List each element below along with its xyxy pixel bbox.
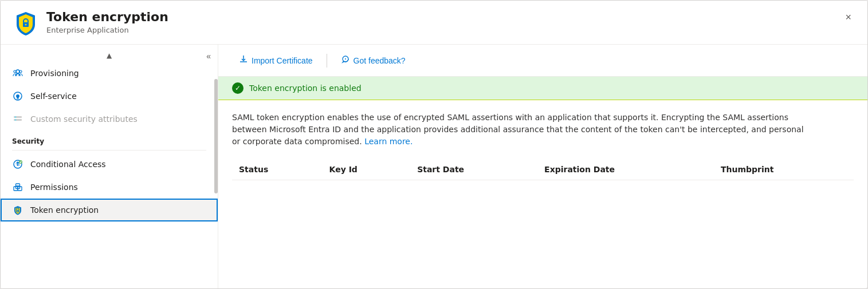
svg-point-1 (25, 24, 27, 26)
description-section: SAML token encryption enables the use of… (218, 100, 820, 159)
table-section: Status Key Id Start Date Expiration Date… (218, 159, 867, 288)
col-header-status: Status (232, 159, 323, 180)
security-divider (12, 150, 206, 151)
got-feedback-button[interactable]: Got feedback? (334, 52, 413, 69)
success-check-icon: ✓ (232, 82, 243, 94)
svg-point-9 (15, 116, 17, 118)
main-content: Import Certificate Got feedback? (218, 45, 867, 288)
sidebar-item-token-encryption[interactable]: Token encryption (1, 199, 218, 221)
scroll-indicator (214, 79, 218, 193)
sidebar-item-self-service[interactable]: Self-service (1, 85, 218, 108)
scroll-up-icon: ▲ (107, 52, 112, 60)
svg-point-26 (345, 58, 346, 60)
sidebar-item-label-provisioning: Provisioning (30, 69, 79, 78)
sidebar: « ▲ Provisioning (1, 45, 218, 288)
description-text: SAML token encryption enables the use of… (232, 113, 804, 146)
title-bar: Token encryption Enterprise Application … (1, 1, 867, 45)
certificates-table: Status Key Id Start Date Expiration Date… (232, 159, 854, 180)
toolbar-divider (327, 54, 327, 68)
sidebar-item-label-permissions: Permissions (30, 183, 78, 192)
import-certificate-button[interactable]: Import Certificate (232, 52, 320, 69)
col-header-thumbprint: Thumbprint (714, 159, 854, 180)
sidebar-item-permissions[interactable]: Permissions (1, 176, 218, 199)
sidebar-item-label-custom-security: Custom security attributes (30, 114, 138, 124)
token-encryption-icon (12, 204, 23, 216)
svg-point-22 (17, 211, 18, 212)
import-certificate-label: Import Certificate (252, 56, 313, 65)
sidebar-item-label-conditional-access: Conditional Access (30, 160, 106, 169)
provisioning-icon (12, 68, 23, 79)
window-title: Token encryption (46, 10, 840, 25)
sidebar-item-provisioning[interactable]: Provisioning (1, 62, 218, 85)
self-service-icon (12, 90, 23, 102)
custom-security-icon (12, 113, 23, 125)
col-header-key-id: Key Id (323, 159, 411, 180)
sidebar-item-conditional-access[interactable]: Conditional Access (1, 153, 218, 176)
collapse-icon: « (206, 52, 211, 61)
sidebar-item-custom-security[interactable]: Custom security attributes (1, 108, 218, 130)
sidebar-collapse-button[interactable]: « (204, 49, 213, 63)
col-header-start-date: Start Date (410, 159, 537, 180)
conditional-access-icon (12, 159, 23, 170)
success-message: Token encryption is enabled (249, 84, 362, 93)
permissions-icon (12, 181, 23, 193)
svg-rect-16 (16, 184, 20, 186)
toolbar: Import Certificate Got feedback? (218, 45, 867, 77)
sidebar-item-label-self-service: Self-service (30, 92, 77, 101)
security-section-header: Security (1, 130, 218, 148)
svg-point-4 (19, 70, 22, 73)
close-button[interactable]: × (840, 10, 856, 25)
body: « ▲ Provisioning (1, 45, 867, 288)
learn-more-link[interactable]: Learn more. (364, 137, 413, 146)
svg-point-10 (15, 119, 17, 121)
app-icon (12, 10, 40, 37)
title-text-block: Token encryption Enterprise Application (46, 10, 840, 34)
table-header-row: Status Key Id Start Date Expiration Date… (232, 159, 854, 180)
window-subtitle: Enterprise Application (46, 26, 840, 34)
app-window: Token encryption Enterprise Application … (0, 0, 868, 289)
sidebar-item-label-token-encryption: Token encryption (30, 205, 99, 215)
import-cert-icon (239, 55, 248, 66)
col-header-expiration-date: Expiration Date (537, 159, 714, 180)
svg-rect-6 (17, 99, 18, 100)
svg-point-2 (16, 70, 19, 73)
scroll-up-button[interactable]: ▲ (1, 49, 218, 62)
got-feedback-label: Got feedback? (354, 56, 406, 65)
success-banner: ✓ Token encryption is enabled (218, 77, 867, 100)
feedback-icon (341, 55, 350, 66)
